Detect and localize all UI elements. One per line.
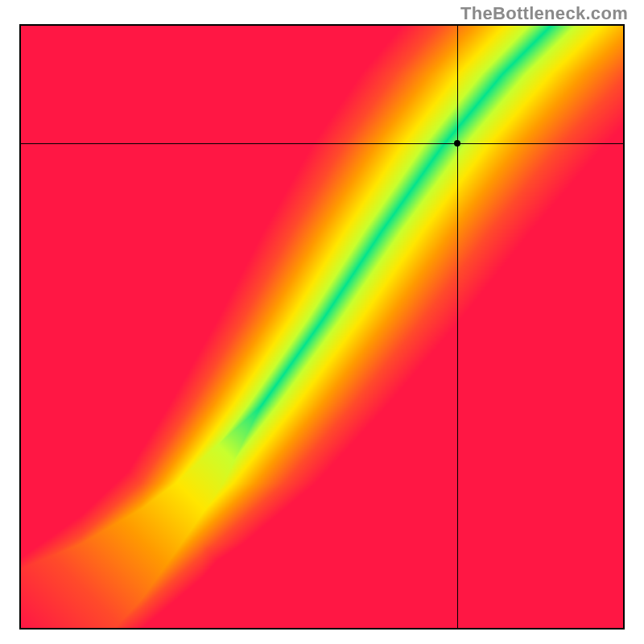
watermark-text: TheBottleneck.com bbox=[460, 3, 628, 24]
heatmap-plot bbox=[19, 24, 625, 630]
heatmap-canvas bbox=[21, 26, 623, 628]
